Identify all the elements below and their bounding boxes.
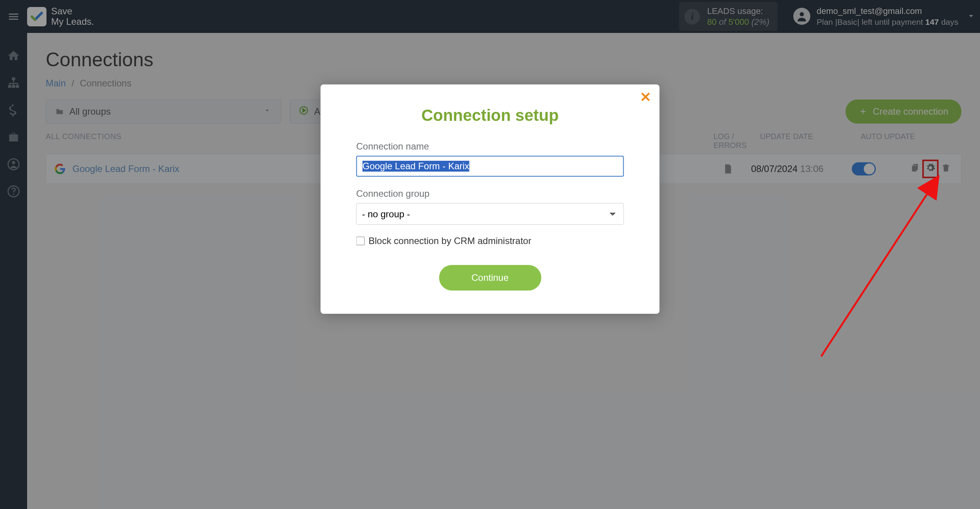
connection-group-label: Connection group <box>356 188 624 199</box>
close-icon <box>640 91 651 102</box>
block-connection-label: Block connection by CRM administrator <box>369 236 531 246</box>
connection-name-input[interactable] <box>356 156 624 177</box>
modal-close-button[interactable] <box>640 91 651 104</box>
block-connection-checkbox-row[interactable]: Block connection by CRM administrator <box>356 236 624 246</box>
connection-name-label: Connection name <box>356 141 624 152</box>
connection-setup-modal: Connection setup Connection name Connect… <box>321 84 660 314</box>
block-connection-checkbox[interactable] <box>356 237 365 245</box>
connection-group-select[interactable]: - no group - <box>356 203 624 225</box>
continue-button[interactable]: Continue <box>439 265 541 291</box>
modal-title: Connection setup <box>356 106 624 125</box>
